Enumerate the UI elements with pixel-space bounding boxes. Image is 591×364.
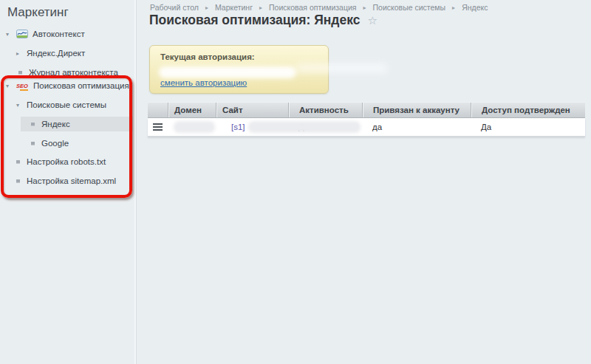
breadcrumb: Рабочий стол ▸ Маркетинг ▸ Поисковая опт… [150, 3, 494, 12]
table-header-menu [148, 103, 168, 117]
change-authorization-link[interactable]: сменить авторизацию [160, 78, 247, 87]
row-menu-hamburger-icon[interactable] [153, 123, 163, 131]
breadcrumb-separator-icon: ▸ [205, 4, 208, 11]
breadcrumb-item[interactable]: Поисковые системы [373, 3, 446, 12]
autocontext-chart-icon [16, 30, 28, 38]
redacted-auth-value-overflow [296, 63, 388, 73]
breadcrumb-item[interactable]: Рабочий стол [150, 3, 199, 12]
cell-access-confirmed: Да [471, 123, 585, 131]
favorite-star-icon[interactable]: ☆ [367, 14, 377, 27]
breadcrumb-separator-icon: ▸ [259, 4, 262, 11]
cell-domain [168, 121, 216, 133]
table-row: [s1] Да да Да [148, 118, 585, 137]
chevron-down-icon[interactable]: ▾ [6, 31, 16, 38]
auth-notice-title: Текущая авторизация: [160, 52, 255, 61]
table-header-domain: Домен [168, 103, 216, 117]
breadcrumb-separator-icon: ▸ [452, 4, 455, 11]
bullet-icon [18, 71, 22, 75]
redacted-domain-value [174, 121, 215, 133]
search-systems-table: Домен Сайт Активность Привязан к аккаунт… [148, 102, 585, 137]
sidebar: Маркетинг ▾ Автоконтекст ▸ Яндекс.Директ… [0, 0, 137, 364]
app-window: Маркетинг ▾ Автоконтекст ▸ Яндекс.Директ… [0, 0, 591, 364]
table-header-linked: Привязан к аккаунту [362, 103, 471, 117]
cell-linked-to-account: да [362, 123, 471, 131]
breadcrumb-item[interactable]: Маркетинг [215, 3, 253, 12]
table-header-site: Сайт [216, 103, 288, 117]
table-header-active: Активность [288, 103, 362, 117]
cell-site: [s1] [216, 121, 288, 133]
chevron-right-icon[interactable]: ▸ [16, 50, 27, 57]
sidebar-item-yandex-direct[interactable]: ▸ Яндекс.Директ [16, 46, 85, 61]
table-header-access: Доступ подтвержден [471, 103, 585, 117]
breadcrumb-separator-icon: ▸ [363, 4, 366, 11]
sidebar-item-label: Автоконтекст [33, 30, 85, 38]
site-id-link[interactable]: [s1] [231, 123, 245, 131]
table-header-row: Домен Сайт Активность Привязан к аккаунт… [148, 102, 585, 118]
sidebar-item-autocontext[interactable]: ▾ Автоконтекст [6, 27, 85, 41]
annotation-red-box [1, 75, 132, 198]
redacted-site-value [248, 121, 361, 133]
breadcrumb-item[interactable]: Поисковая оптимизация [269, 3, 356, 12]
sidebar-title: Маркетинг [7, 5, 69, 20]
redacted-auth-value [159, 66, 296, 78]
breadcrumb-item[interactable]: Яндекс [462, 3, 488, 12]
page-title: Поисковая оптимизация: Яндекс [149, 13, 360, 28]
sidebar-item-label: Яндекс.Директ [27, 49, 85, 58]
